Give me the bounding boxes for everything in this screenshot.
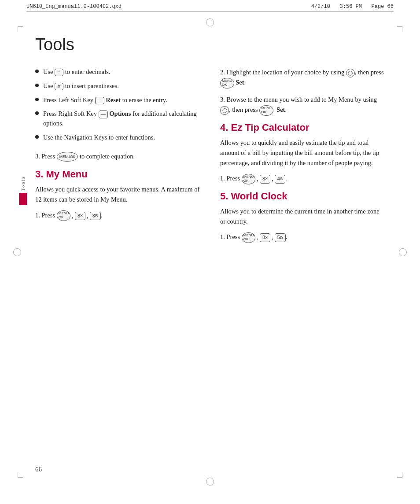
side-label-bar	[19, 193, 27, 205]
reg-circle-bottom	[206, 478, 214, 486]
key-8x-3: 8X	[260, 233, 270, 242]
ok-key-3: MENUOK	[259, 105, 273, 116]
list-item: Press Left Soft Key — Reset to erase the…	[35, 96, 203, 105]
right-soft-key: —	[99, 110, 108, 118]
star-key: *	[55, 69, 63, 76]
my-menu-keys: MENUOK, 8X, 3R	[57, 210, 101, 221]
bullet-dot	[35, 98, 39, 101]
bullet-text-4: Press Right Soft Key — Options for addit…	[43, 109, 203, 129]
list-item: Use # to insert parentheses.	[35, 81, 203, 91]
key-5d: 5D	[275, 233, 286, 242]
header-filename: UN610_Eng_manual1.0-100402.qxd	[26, 4, 122, 10]
section-world-clock: 5. World Clock Allows you to determine t…	[220, 191, 385, 243]
key-4s: 4S	[275, 175, 285, 183]
header-bar: UN610_Eng_manual1.0-100402.qxd 4/2/10 3:…	[26, 4, 394, 12]
left-soft-key: —	[95, 97, 104, 104]
section-ez-tip: 4. Ez Tip Calculator Allows you to quick…	[220, 122, 385, 184]
bullet-text-2: Use # to insert parentheses.	[43, 81, 119, 91]
right-column: 2. Highlight the location of your choice…	[220, 67, 385, 249]
bullet-list: Use * to enter decimals. Use # to insert…	[35, 67, 203, 143]
my-menu-body: Allows you quick access to your favorite…	[35, 184, 203, 205]
page-title: Tools	[35, 35, 385, 54]
corner-mark-br	[397, 472, 402, 478]
reg-circle-top	[206, 18, 214, 26]
bullet-dot	[35, 135, 39, 139]
list-item: Use * to enter decimals.	[35, 67, 203, 77]
my-menu-step1: 1. Press MENUOK, 8X, 3R .	[35, 210, 203, 221]
ez-tip-step1: 1. Press MENUOK, 8X, 4S .	[220, 173, 385, 184]
corner-mark-bl	[18, 472, 23, 478]
right-step-3: 3. Browse to the menu you wish to add to…	[220, 95, 385, 116]
bullet-text-1: Use * to enter decimals.	[43, 67, 110, 77]
world-clock-step1: 1. Press MENUOK, 8X, 5D .	[220, 232, 385, 243]
left-step-3: 3. Press MENUOK to complete equation.	[35, 151, 203, 162]
ok-key-2: MENUOK	[220, 78, 234, 88]
ez-tip-keys: MENUOK, 8X, 4S	[242, 174, 285, 184]
list-item: Press Right Soft Key — Options for addit…	[35, 109, 203, 129]
world-clock-keys: MENUOK, 8X, 5D	[242, 232, 286, 243]
corner-mark-tl	[18, 26, 23, 32]
reg-circle-right	[399, 248, 407, 256]
side-label: Tools	[18, 176, 27, 205]
section-my-menu: 3. My Menu Allows you quick access to yo…	[35, 169, 203, 221]
bullet-text-3: Press Left Soft Key — Reset to erase the…	[43, 96, 167, 105]
key-3r: 3R	[90, 212, 101, 220]
header-datetime: 4/2/10 3:56 PM Page 66	[311, 4, 394, 10]
side-label-text: Tools	[20, 176, 26, 191]
two-column-layout: Use * to enter decimals. Use # to insert…	[35, 67, 385, 249]
world-clock-body: Allows you to determine the current time…	[220, 206, 385, 227]
corner-mark-tr	[397, 26, 402, 32]
bullet-dot	[35, 111, 39, 115]
menu-ok-key-1: MENUOK	[57, 210, 71, 221]
menu-ok-key-2: MENUOK	[242, 174, 256, 184]
key-8x-2: 8X	[260, 175, 270, 183]
left-column: Use * to enter decimals. Use # to insert…	[35, 67, 203, 249]
reg-circle-left	[13, 248, 21, 256]
bullet-text-5: Use the Navigation Keys to enter functio…	[43, 133, 155, 143]
my-menu-heading: 3. My Menu	[35, 169, 203, 180]
nav-key-2: ◯	[346, 69, 355, 77]
ez-tip-body: Allows you to quickly and easily estimat…	[220, 138, 385, 169]
hash-key: #	[55, 83, 63, 90]
right-step-2: 2. Highlight the location of your choice…	[220, 67, 385, 88]
key-8x: 8X	[75, 212, 85, 220]
ok-key-left: MENUOK	[57, 152, 78, 162]
nav-key-3: ◯	[220, 106, 229, 115]
menu-ok-key-3: MENUOK	[242, 232, 256, 243]
main-content: Tools Use * to enter decimals. Use # to …	[35, 35, 385, 469]
list-item: Use the Navigation Keys to enter functio…	[35, 133, 203, 143]
bullet-dot	[35, 70, 39, 73]
ez-tip-heading: 4. Ez Tip Calculator	[220, 122, 385, 133]
bullet-dot	[35, 84, 39, 87]
world-clock-heading: 5. World Clock	[220, 191, 385, 202]
